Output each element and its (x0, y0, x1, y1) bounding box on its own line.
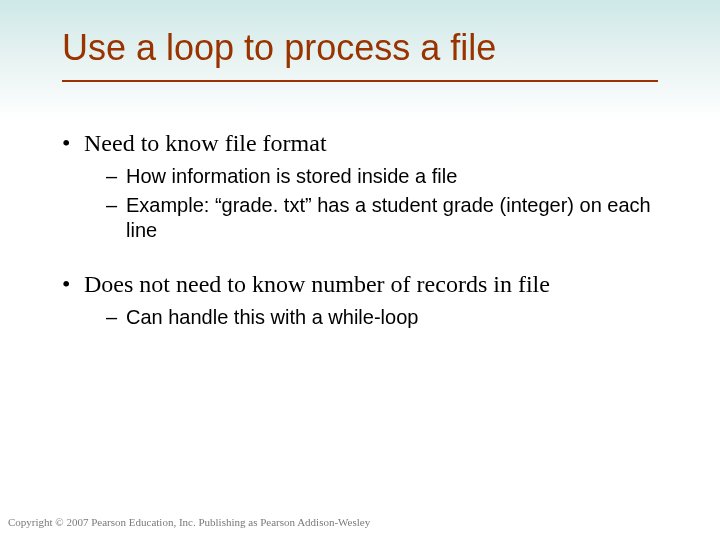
slide-title: Use a loop to process a file (62, 28, 496, 68)
bullet-1-sub-2: Example: “grade. txt” has a student grad… (62, 193, 658, 243)
bullet-1: Need to know file format (62, 128, 658, 158)
spacer (62, 247, 658, 269)
slide: Use a loop to process a file Need to kno… (0, 0, 720, 540)
bullet-2-sub-1: Can handle this with a while-loop (62, 305, 658, 330)
slide-content: Need to know file format How information… (62, 128, 658, 334)
title-underline (62, 80, 658, 82)
bullet-1-sub-1: How information is stored inside a file (62, 164, 658, 189)
copyright-footer: Copyright © 2007 Pearson Education, Inc.… (8, 516, 370, 528)
bullet-2: Does not need to know number of records … (62, 269, 658, 299)
